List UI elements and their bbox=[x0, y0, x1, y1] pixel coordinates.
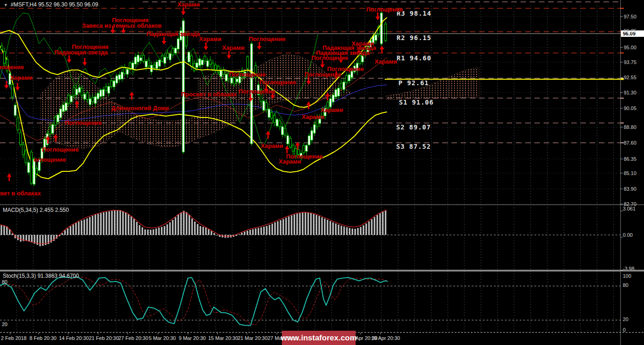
candle-body bbox=[89, 99, 91, 105]
up-arrow-icon bbox=[266, 131, 270, 139]
candle-body bbox=[17, 118, 19, 130]
pattern-annotation: Поглощение bbox=[259, 79, 296, 86]
time-axis-label: 2 Feb 2018 bbox=[1, 335, 27, 341]
candle-body bbox=[94, 97, 96, 104]
candle-body bbox=[140, 58, 141, 60]
candle-body bbox=[156, 62, 158, 69]
macd-histogram-bar bbox=[141, 227, 143, 235]
macd-histogram-bar bbox=[25, 235, 27, 240]
price-tick-label: 83.90 bbox=[624, 186, 637, 192]
candle-body bbox=[276, 119, 278, 126]
macd-histogram-bar bbox=[175, 217, 176, 235]
candle-body bbox=[175, 48, 176, 53]
candle-body bbox=[111, 81, 112, 87]
candle-body bbox=[273, 116, 275, 123]
stoch-scale-label: 0 bbox=[623, 327, 626, 333]
macd-histogram-bar bbox=[266, 226, 267, 235]
down-arrow-icon bbox=[162, 37, 166, 45]
stoch-scale-label: 80 bbox=[623, 282, 628, 288]
macd-histogram-bar bbox=[180, 212, 181, 235]
pattern-annotation: Поглощение bbox=[0, 64, 24, 70]
candle-body bbox=[19, 133, 21, 145]
candle-body bbox=[54, 117, 56, 125]
pattern-annotation: оглощение bbox=[34, 156, 66, 163]
macd-histogram-bar bbox=[194, 222, 195, 235]
candle-body bbox=[158, 60, 160, 66]
macd-scale-label: 0.00 bbox=[623, 232, 632, 238]
candle-body bbox=[201, 60, 203, 65]
price-tick-label: 93.75 bbox=[624, 59, 637, 65]
candle-body bbox=[135, 57, 136, 64]
candle-body bbox=[225, 74, 227, 81]
macd-histogram-bar bbox=[211, 231, 212, 235]
candle-body bbox=[308, 136, 310, 145]
macd-histogram-bar bbox=[282, 219, 284, 235]
macd-histogram-bar bbox=[3, 226, 5, 235]
candle-body bbox=[348, 75, 350, 81]
chevron-down-icon[interactable]: ▼ bbox=[4, 3, 8, 7]
macd-histogram-bar bbox=[111, 211, 112, 235]
candle-body bbox=[265, 103, 267, 110]
ichimoku-cloud bbox=[119, 106, 198, 146]
macd-histogram-bar bbox=[122, 211, 123, 235]
macd-histogram-bar bbox=[310, 213, 311, 235]
candle-body bbox=[271, 112, 273, 118]
candle-body bbox=[313, 124, 315, 133]
candle-body bbox=[81, 88, 83, 95]
candle-body bbox=[279, 121, 281, 127]
up-arrow-icon bbox=[380, 46, 384, 53]
candle-body bbox=[49, 127, 51, 134]
macd-histogram-bar bbox=[329, 221, 331, 235]
candle-body bbox=[289, 138, 291, 147]
candle-body bbox=[142, 55, 144, 61]
candle-body bbox=[169, 54, 171, 60]
macd-histogram-bar bbox=[379, 213, 381, 235]
candle-body bbox=[284, 128, 286, 135]
candle-body bbox=[108, 87, 110, 94]
time-axis-label: 15 Mar 20:30 bbox=[208, 335, 238, 341]
pattern-annotation: Поглощение bbox=[65, 119, 102, 126]
candle-body bbox=[204, 56, 206, 61]
macd-histogram-bar bbox=[249, 230, 251, 235]
macd-histogram-bar bbox=[313, 214, 314, 235]
macd-histogram-bar bbox=[114, 211, 115, 235]
macd-histogram-bar bbox=[197, 224, 198, 235]
candle-body bbox=[116, 76, 117, 83]
macd-histogram-bar bbox=[83, 220, 85, 235]
macd-histogram-bar bbox=[241, 233, 242, 235]
macd-histogram-bar bbox=[152, 229, 154, 235]
candle-body bbox=[338, 88, 340, 96]
macd-histogram-bar bbox=[139, 225, 140, 235]
macd-histogram-bar bbox=[108, 211, 110, 235]
macd-histogram-bar bbox=[28, 235, 29, 241]
macd-histogram-bar bbox=[6, 227, 7, 235]
macd-histogram-bar bbox=[133, 219, 135, 235]
macd-histogram-bar bbox=[89, 217, 90, 235]
macd-histogram-bar bbox=[269, 225, 270, 235]
macd-histogram-bar bbox=[346, 227, 347, 235]
macd-histogram-bar bbox=[128, 214, 129, 235]
macd-histogram-bar bbox=[213, 233, 215, 235]
price-tick-label: 95.00 bbox=[624, 45, 637, 50]
macd-histogram-bar bbox=[238, 234, 240, 235]
macd-histogram-bar bbox=[324, 218, 325, 235]
price-tick-label: 97.50 bbox=[624, 14, 637, 19]
candle-body bbox=[126, 69, 128, 74]
macd-histogram-bar bbox=[332, 222, 334, 235]
candle-body bbox=[84, 94, 86, 99]
pattern-annotation: Поглощение bbox=[304, 71, 341, 78]
macd-histogram-bar bbox=[293, 214, 295, 235]
macd-histogram-bar bbox=[302, 212, 303, 235]
candle-body bbox=[209, 60, 211, 64]
candle-body bbox=[59, 109, 61, 118]
macd-histogram-bar bbox=[258, 228, 259, 235]
macd-histogram-bar bbox=[199, 226, 201, 235]
macd-histogram-bar bbox=[368, 222, 369, 235]
macd-indicator-label: MACD(5,34,5) 2.455 2.550 bbox=[3, 207, 69, 213]
macd-histogram-bar bbox=[382, 212, 383, 235]
macd-histogram-bar bbox=[235, 235, 237, 236]
macd-histogram-bar bbox=[78, 222, 79, 235]
candle-body-feature bbox=[385, 24, 386, 41]
macd-histogram-bar bbox=[64, 230, 65, 235]
candle-body bbox=[137, 55, 139, 62]
